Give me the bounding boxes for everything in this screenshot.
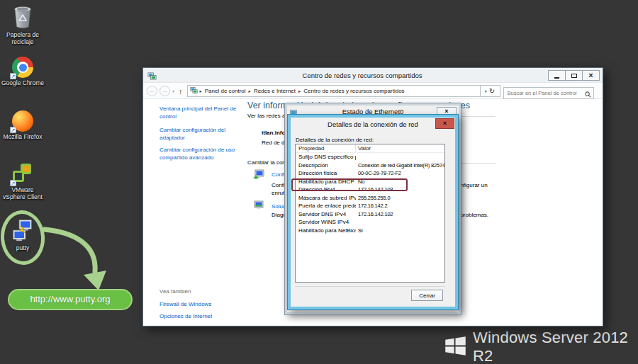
vsphere-icon xyxy=(12,164,33,185)
breadcrumb-separator-icon xyxy=(198,88,203,94)
see-also-firewall[interactable]: Firewall de Windows xyxy=(160,301,247,309)
breadcrumb-separator-icon xyxy=(297,88,302,94)
details-listview[interactable]: Propiedad Valor Sufijo DNS específico p.… xyxy=(295,144,445,283)
table-row: Puerta de enlace predet...172.16.142.2 xyxy=(296,202,444,210)
refresh-icon[interactable]: ↻ xyxy=(489,87,495,95)
close-icon[interactable] xyxy=(435,118,454,129)
desktop-icon-label: Mozilla Firefox xyxy=(0,133,45,140)
listview-header: Propiedad Valor xyxy=(296,144,444,153)
desktop-icon-label: VMware vSphere Client xyxy=(0,186,45,200)
address-bar[interactable]: Panel de control Redes e Internet Centro… xyxy=(187,85,481,97)
firefox-icon xyxy=(12,110,33,132)
maximize-button[interactable] xyxy=(565,70,583,81)
putty-url-banner: http://www.putty.org xyxy=(8,289,133,310)
network-name: itlan.info xyxy=(262,130,285,136)
see-also-heading: Vea también xyxy=(160,288,191,295)
network-icon xyxy=(147,71,157,84)
table-row: Servidor DNS IPv4172.16.142.102 xyxy=(296,210,444,219)
cerrar-button[interactable]: Cerrar xyxy=(411,290,443,301)
dialog-separator xyxy=(295,286,445,287)
history-dropdown-icon[interactable]: ▾ xyxy=(172,89,174,93)
desktop-icon-vsphere[interactable]: VMware vSphere Client xyxy=(0,164,45,200)
table-row: Sufijo DNS específico p... xyxy=(296,153,444,161)
sidebar-item-advanced-sharing[interactable]: Cambiar configuración de uso compartido … xyxy=(160,147,247,161)
up-button[interactable]: ↑ xyxy=(179,87,183,96)
see-also-internet-options[interactable]: Opciones de Internet xyxy=(160,313,247,321)
shortcut-arrow-icon xyxy=(10,180,16,186)
search-icon xyxy=(585,88,591,101)
shortcut-arrow-icon xyxy=(10,73,16,79)
column-property: Propiedad xyxy=(296,144,356,152)
desktop-icon-firefox[interactable]: Mozilla Firefox xyxy=(0,110,45,140)
breadcrumb-separator-icon xyxy=(247,88,252,94)
table-row: Dirección física00-0C-29-78-72-F2 xyxy=(296,169,444,178)
desktop-icon-chrome[interactable]: Google Chrome xyxy=(0,57,45,86)
details-label: Detalles de la conexión de red: xyxy=(296,137,374,143)
search-box xyxy=(503,85,594,97)
curved-arrow-annotation xyxy=(39,221,117,295)
recycle-bin-icon xyxy=(11,3,35,30)
column-value: Valor xyxy=(356,144,444,152)
desktop-icon-recycle-bin[interactable]: Papelera de reciclaje xyxy=(0,3,45,45)
shortcut-arrow-icon xyxy=(10,127,16,133)
table-row: Servidor WINS IPv4 xyxy=(296,218,444,227)
breadcrumb-item-panel[interactable]: Panel de control xyxy=(203,88,247,94)
troubleshoot-icon xyxy=(253,200,264,212)
desktop-icon-label: Google Chrome xyxy=(0,79,45,86)
breadcrumb-item-centro[interactable]: Centro de redes y recursos compartidos xyxy=(302,88,405,94)
refresh-controls: ▾ ↻ xyxy=(481,85,500,97)
close-button[interactable] xyxy=(582,70,600,81)
chrome-icon xyxy=(12,57,33,78)
breadcrumb-item-redes[interactable]: Redes e Internet xyxy=(252,88,297,94)
window-titlebar: Centro de redes y recursos compartidos xyxy=(143,68,603,83)
search-input[interactable] xyxy=(503,87,594,99)
forward-button[interactable]: → xyxy=(160,86,170,96)
windows-logo-icon xyxy=(444,335,466,360)
back-button[interactable]: ← xyxy=(147,86,157,96)
os-branding: Windows Server 2012 R2 xyxy=(444,329,638,364)
desktop: Papelera de reciclaje Google Chrome Mozi… xyxy=(0,0,638,364)
address-toolbar: ← → ▾ ↑ Panel de control Redes e Interne… xyxy=(143,84,603,99)
sidebar-item-home[interactable]: Ventana principal del Panel de control xyxy=(160,106,247,120)
minimize-button[interactable] xyxy=(548,70,566,81)
table-row: Máscara de subred IPv4255.255.255.0 xyxy=(296,194,444,203)
connection-details-dialog: Detalles de la conexión de red Detalles … xyxy=(288,115,458,309)
dialog-title: Detalles de la conexión de red xyxy=(291,118,455,132)
window-title: Centro de redes y recursos compartidos xyxy=(200,68,525,83)
os-name: Windows Server 2012 R2 xyxy=(473,329,638,364)
ipv4-highlight-annotation xyxy=(291,178,408,191)
table-row: DescripciónConexión de red Gigabit Intel… xyxy=(296,161,444,170)
sidebar-item-adapter-settings[interactable]: Cambiar configuración del adaptador xyxy=(160,127,247,142)
network-icon xyxy=(190,86,198,96)
desktop-icon-label: Papelera de reciclaje xyxy=(0,31,45,45)
new-connection-icon xyxy=(253,169,264,181)
address-dropdown-icon[interactable]: ▾ xyxy=(485,89,487,93)
table-row: Habilitado para NetBios ...Sí xyxy=(296,227,444,235)
